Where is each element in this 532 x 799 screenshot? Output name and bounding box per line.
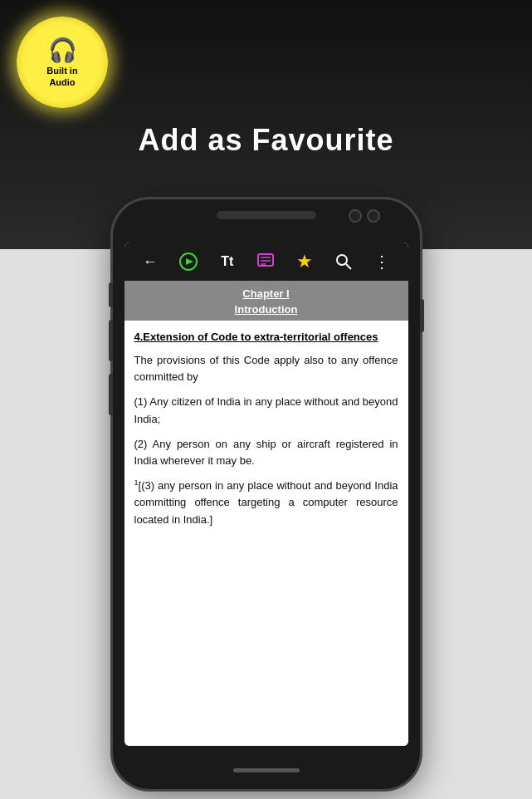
more-options-button[interactable]: ⋮	[368, 248, 395, 275]
app-toolbar: ← Tt ★	[124, 243, 408, 281]
para-4-text: [(3) any person in any place without and…	[134, 479, 398, 525]
phone-power-button	[420, 299, 424, 332]
audio-badge: 🎧 Built in Audio	[17, 17, 108, 108]
comments-button[interactable]	[252, 248, 279, 275]
phone-volume-down-button	[109, 374, 113, 415]
text-size-button[interactable]: Tt	[214, 248, 241, 275]
chapter-subtitle: Introduction	[133, 303, 400, 316]
phone-shell: ← Tt ★	[113, 199, 420, 789]
section-heading: 4.Extension of Code to extra-territorial…	[134, 329, 398, 346]
phone-home-bar	[233, 768, 300, 772]
phone-screen: ← Tt ★	[124, 243, 408, 746]
favorite-button[interactable]: ★	[291, 248, 318, 275]
back-button[interactable]: ←	[137, 248, 164, 275]
svg-marker-1	[186, 258, 193, 265]
phone-mute-button	[109, 282, 113, 307]
para-3: (2) Any person on any ship or aircraft r…	[134, 436, 398, 469]
para-1: The provisions of this Code apply also t…	[134, 352, 398, 385]
page-title: Add as Favourite	[0, 123, 532, 158]
search-button[interactable]	[330, 248, 357, 275]
play-button[interactable]	[175, 248, 202, 275]
chapter-title: Chapter I	[133, 287, 400, 300]
svg-point-6	[337, 255, 347, 265]
para-4: 1[(3) any person in any place without an…	[134, 478, 398, 528]
svg-line-7	[346, 264, 351, 269]
content-body: 4.Extension of Code to extra-territorial…	[124, 321, 408, 545]
phone-volume-up-button	[109, 320, 113, 361]
phone-camera-left	[349, 209, 362, 223]
phone-speaker	[217, 211, 316, 219]
content-area: Chapter I Introduction 4.Extension of Co…	[124, 281, 408, 746]
badge-text: Built in Audio	[46, 66, 77, 87]
para-2: (1) Any citizen of India in any place wi…	[134, 394, 398, 427]
phone-camera-right	[367, 209, 380, 223]
phone-mockup: ← Tt ★	[113, 199, 420, 789]
headphone-icon: 🎧	[48, 37, 77, 64]
chapter-header: Chapter I Introduction	[124, 281, 408, 321]
